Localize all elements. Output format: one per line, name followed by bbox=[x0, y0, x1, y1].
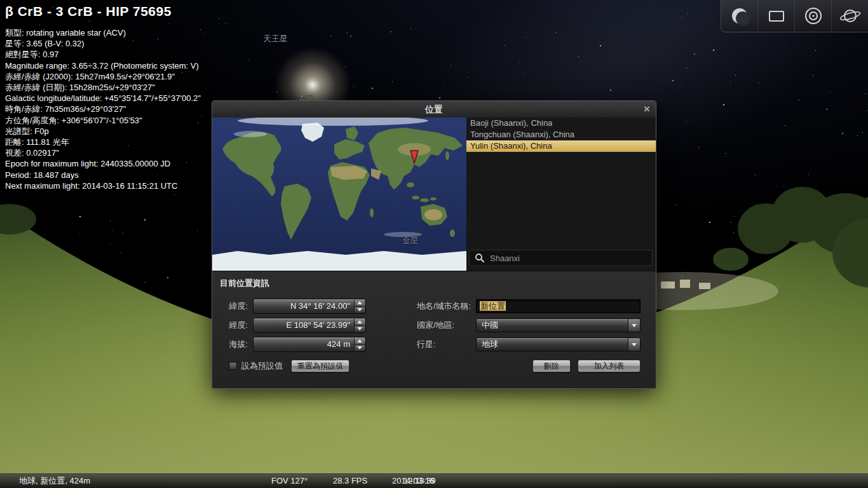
crosshair-icon bbox=[802, 4, 825, 27]
latitude-label: 緯度: bbox=[212, 299, 248, 314]
object-info-line: Galactic longitude/latitude: +45°35'14.7… bbox=[5, 93, 201, 104]
chevron-down-icon bbox=[632, 324, 637, 327]
city-list-item[interactable]: Baoji (Shaanxi), China bbox=[466, 118, 656, 129]
search-icon bbox=[475, 253, 485, 263]
longitude-increment-button[interactable] bbox=[355, 319, 365, 326]
chevron-down-icon bbox=[357, 308, 362, 311]
search-query-text: Shaanxi bbox=[490, 254, 520, 263]
city-list-panel: Baoji (Shaanxi), China Tongchuan (Shaanx… bbox=[466, 118, 656, 271]
dropdown-arrow-button[interactable] bbox=[628, 319, 640, 332]
reset-default-button[interactable]: 重置為預設值 bbox=[291, 360, 349, 372]
planet-dropdown[interactable]: 地球 bbox=[476, 337, 641, 351]
planet-value: 地球 bbox=[482, 339, 498, 349]
status-time: 12:13:39 bbox=[403, 474, 436, 488]
object-info-line: 方位角/高度角: +306°56'07"/-1°05'53" bbox=[5, 115, 201, 126]
object-info-line: 赤經/赤緯 (J2000): 15h27m49.5s/+29°06'21.9" bbox=[5, 71, 201, 82]
object-info-line: 赤經/赤緯 (日期): 15h28m25s/+29°03'27" bbox=[5, 82, 201, 93]
dropdown-arrow-button[interactable] bbox=[628, 338, 640, 351]
city-search-input[interactable]: Shaanxi bbox=[469, 250, 653, 266]
altitude-value: 424 m bbox=[327, 339, 350, 349]
object-info-line: 絕對星等: 0.97 bbox=[5, 49, 201, 60]
object-info-line: Next maximum light: 2014-03-16 11:15:21 … bbox=[5, 180, 201, 191]
longitude-spinner[interactable]: E 108° 54' 23.99" bbox=[253, 318, 366, 333]
latitude-spinner[interactable]: N 34° 16' 24.00" bbox=[253, 299, 366, 314]
city-list-item[interactable]: Tongchuan (Shaanxi), China bbox=[466, 129, 656, 140]
moon-icon-button[interactable] bbox=[721, 0, 757, 32]
altitude-decrement-button[interactable] bbox=[355, 345, 365, 351]
object-info-line: 星等: 3.65 (B-V: 0.32) bbox=[5, 38, 201, 49]
object-info-line: 時角/赤緯: 7h35m36s/+29°03'27" bbox=[5, 104, 201, 114]
frame-icon bbox=[765, 4, 788, 27]
status-bar: 地球, 新位置, 424m FOV 127° 28.3 FPS 2014-03-… bbox=[0, 473, 868, 488]
longitude-label: 經度: bbox=[212, 318, 248, 333]
saturn-icon bbox=[839, 4, 862, 27]
status-location: 地球, 新位置, 424m bbox=[19, 474, 90, 488]
latitude-decrement-button[interactable] bbox=[355, 307, 365, 313]
object-info-panel: β CrB - 3 CrB - HIP 75695 類型: rotating v… bbox=[5, 4, 201, 191]
dialog-titlebar[interactable]: 位置 × bbox=[212, 101, 656, 118]
delete-button[interactable]: 刪除 bbox=[532, 360, 571, 372]
location-dialog: 位置 × bbox=[212, 100, 656, 389]
object-info-line: 類型: rotating variable star (ACV) bbox=[5, 27, 201, 38]
location-name-input[interactable]: 新位置 bbox=[476, 299, 641, 313]
chevron-up-icon bbox=[357, 339, 362, 342]
current-location-section: 目前位置資訊 緯度: N 34° 16' 24.00" 地名/城市名稱: 新位置… bbox=[212, 271, 656, 388]
object-info-line: Epoch for maximum light: 2440335.00000 J… bbox=[5, 158, 201, 169]
chevron-down-icon bbox=[357, 327, 362, 330]
longitude-value: E 108° 54' 23.99" bbox=[287, 320, 350, 330]
close-icon[interactable]: × bbox=[644, 101, 650, 118]
altitude-spinner[interactable]: 424 m bbox=[253, 337, 366, 352]
object-info-line: Magnitude range: 3.65÷3.72 (Photometric … bbox=[5, 60, 201, 71]
chevron-up-icon bbox=[357, 320, 362, 323]
latitude-increment-button[interactable] bbox=[355, 300, 365, 307]
chevron-down-icon bbox=[357, 346, 362, 349]
set-default-label: 設為預設值 bbox=[241, 359, 283, 373]
city-list-item-selected[interactable]: Yulin (Shaanxi), China bbox=[466, 140, 656, 152]
moon-icon bbox=[728, 4, 751, 27]
planet-label: 行星: bbox=[417, 337, 436, 352]
status-fov: FOV 127° bbox=[271, 474, 308, 488]
latitude-value: N 34° 16' 24.00" bbox=[290, 301, 350, 311]
object-info-line: 距離: 111.81 光年 bbox=[5, 137, 201, 147]
chevron-down-icon bbox=[632, 343, 637, 346]
top-right-toolbar bbox=[721, 0, 868, 32]
world-map[interactable] bbox=[212, 118, 467, 271]
set-default-checkbox[interactable] bbox=[229, 362, 237, 370]
location-name-value: 新位置 bbox=[480, 301, 506, 311]
object-info-line: 視差: 0.02917" bbox=[5, 147, 201, 158]
country-value: 中國 bbox=[482, 320, 498, 330]
status-fps: 28.3 FPS bbox=[333, 474, 367, 488]
saturn-icon-button[interactable] bbox=[831, 0, 868, 32]
object-info-line: Period: 18.487 days bbox=[5, 170, 201, 180]
object-info-line: 光譜型: F0p bbox=[5, 126, 201, 137]
frame-icon-button[interactable] bbox=[757, 0, 794, 32]
dialog-title: 位置 bbox=[425, 104, 443, 114]
add-to-list-button[interactable]: 加入列表 bbox=[578, 360, 641, 372]
crosshair-icon-button[interactable] bbox=[794, 0, 831, 32]
country-dropdown[interactable]: 中國 bbox=[476, 318, 641, 332]
section-title: 目前位置資訊 bbox=[220, 278, 269, 289]
name-label: 地名/城市名稱: bbox=[417, 299, 471, 314]
country-label: 國家/地區: bbox=[417, 318, 454, 333]
object-title: β CrB - 3 CrB - HIP 75695 bbox=[5, 4, 201, 19]
chevron-up-icon bbox=[357, 301, 362, 304]
sky-label-venus[interactable]: 金星 bbox=[402, 235, 419, 247]
longitude-decrement-button[interactable] bbox=[355, 326, 365, 332]
altitude-increment-button[interactable] bbox=[355, 338, 365, 345]
altitude-label: 海拔: bbox=[212, 337, 248, 352]
